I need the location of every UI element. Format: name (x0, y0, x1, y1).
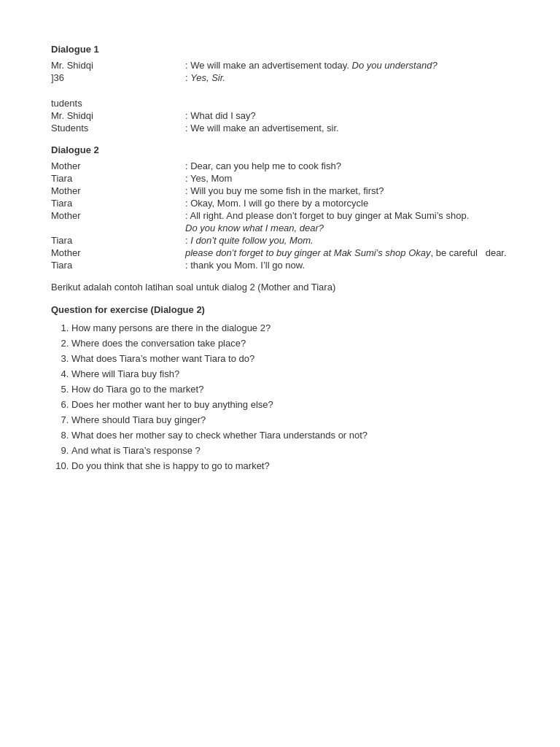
italic-text: Do you understand? (352, 60, 438, 71)
line-cell: : We will make an advertisement today. D… (182, 59, 509, 71)
speaker-cell: Tiara (51, 259, 182, 271)
speaker-cell: Mother (51, 209, 182, 222)
note-text: Berikut adalah contoh latihan soal untuk… (51, 282, 509, 293)
table-row: Tiara : Okay, Mom. I will go there by a … (51, 197, 509, 209)
list-item: Do you think that she is happy to go to … (71, 460, 509, 471)
dialogue2-table: Mother : Dear, can you help me to cook f… (51, 160, 509, 271)
line-cell: : Dear, can you help me to cook fish? (182, 160, 509, 172)
table-row: Do you know what I mean, dear? (51, 222, 509, 234)
line-cell: : I don’t quite follow you, Mom. (182, 234, 509, 247)
table-row: Mr. Shidqi : We will make an advertiseme… (51, 59, 509, 71)
line-cell: : Okay, Mom. I will go there by a motorc… (182, 197, 509, 209)
table-row: Mother please don’t forget to buy ginger… (51, 247, 509, 259)
list-item: Does her mother want her to buy anything… (71, 399, 509, 410)
table-row: Tiara : I don’t quite follow you, Mom. (51, 234, 509, 247)
questions-list: How many persons are there in the dialog… (51, 322, 509, 471)
questions-section: Question for exercise (Dialogue 2) How m… (51, 304, 509, 471)
dialogue1-table1: Mr. Shidqi : We will make an advertiseme… (51, 59, 509, 84)
dialogue1-title: Dialogue 1 (51, 44, 509, 55)
speaker-cell: Tiara (51, 172, 182, 185)
italic-text: Yes, Sir. (190, 72, 225, 83)
speaker-cell: Mr. Shidqi (51, 109, 182, 122)
italic-text: please don’t forget to buy ginger at Mak… (185, 247, 431, 258)
dialogue2-title: Dialogue 2 (51, 144, 509, 155)
list-item: How do Tiara go to the market? (71, 384, 509, 395)
questions-title: Question for exercise (Dialogue 2) (51, 304, 509, 315)
speaker-cell: tudents (51, 97, 182, 109)
line-cell: : What did I say? (182, 109, 509, 122)
line-cell: : Yes, Sir. (182, 71, 509, 84)
list-item: How many persons are there in the dialog… (71, 322, 509, 333)
line-cell: : We will make an advertisement, sir. (182, 122, 509, 134)
table-row: Mr. Shidqi : What did I say? (51, 109, 509, 122)
list-item: Where does the conversation take place? (71, 338, 509, 349)
dialogue1-table2: tudents Mr. Shidqi : What did I say? Stu… (51, 97, 509, 134)
table-row: tudents (51, 97, 509, 109)
table-row: Tiara : Yes, Mom (51, 172, 509, 185)
speaker-cell: Tiara (51, 234, 182, 247)
speaker-cell: Mr. Shidqi (51, 59, 182, 71)
table-row: Tiara : thank you Mom. I’ll go now. (51, 259, 509, 271)
italic-text: I don’t quite follow you, Mom. (190, 235, 313, 246)
line-cell: : All right. And please don’t forget to … (182, 209, 509, 222)
list-item: What does Tiara’s mother want Tiara to d… (71, 353, 509, 364)
line-cell: please don’t forget to buy ginger at Mak… (182, 247, 509, 259)
line-cell (182, 97, 509, 109)
dialogue1-section: Dialogue 1 Mr. Shidqi : We will make an … (51, 44, 509, 134)
list-item: What does her mother say to check whethe… (71, 430, 509, 441)
speaker-cell: ]36 (51, 71, 182, 84)
list-item: And what is Tiara’s response ? (71, 445, 509, 456)
line-cell: : Yes, Mom (182, 172, 509, 185)
speaker-cell: Students (51, 122, 182, 134)
speaker-cell: Mother (51, 160, 182, 172)
table-row: Mother : Will you buy me some fish in th… (51, 185, 509, 197)
list-item: Where will Tiara buy fish? (71, 368, 509, 379)
table-row: Mother : Dear, can you help me to cook f… (51, 160, 509, 172)
speaker-cell: Tiara (51, 197, 182, 209)
speaker-cell (51, 222, 182, 234)
speaker-cell: Mother (51, 185, 182, 197)
line-cell: : thank you Mom. I’ll go now. (182, 259, 509, 271)
table-row: ]36 : Yes, Sir. (51, 71, 509, 84)
italic-text: Do you know what I mean, dear? (185, 222, 324, 233)
table-row: Mother : All right. And please don’t for… (51, 209, 509, 222)
dialogue2-section: Dialogue 2 Mother : Dear, can you help m… (51, 144, 509, 271)
speaker-cell: Mother (51, 247, 182, 259)
table-row: Students : We will make an advertisement… (51, 122, 509, 134)
list-item: Where should Tiara buy ginger? (71, 414, 509, 425)
line-cell: Do you know what I mean, dear? (182, 222, 509, 234)
line-cell: : Will you buy me some fish in the marke… (182, 185, 509, 197)
